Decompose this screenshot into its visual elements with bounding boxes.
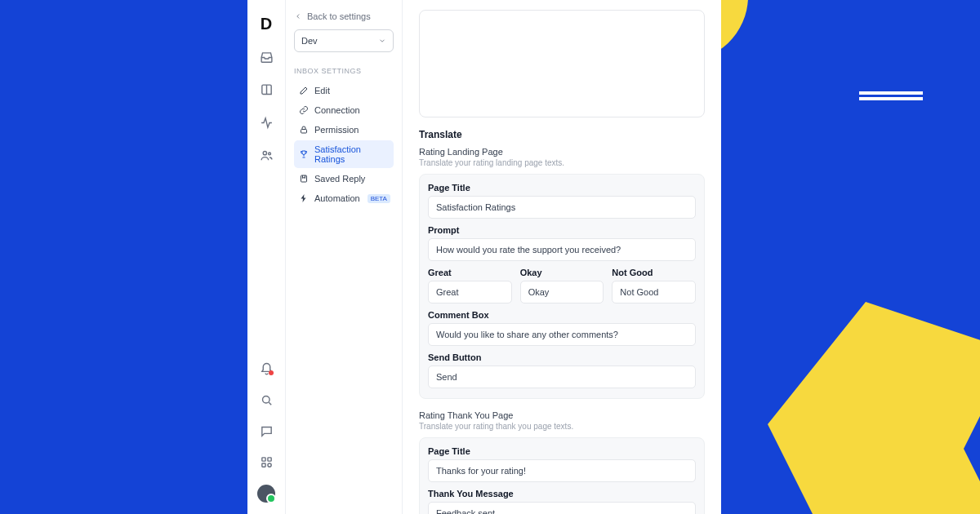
svg-rect-8 bbox=[301, 175, 307, 182]
okay-label: Okay bbox=[520, 268, 604, 277]
great-label: Great bbox=[428, 268, 512, 277]
back-to-settings-link[interactable]: Back to settings bbox=[294, 11, 394, 21]
bolt-icon bbox=[299, 193, 309, 203]
search-icon[interactable] bbox=[258, 392, 274, 408]
sidebar-item-edit[interactable]: Edit bbox=[294, 82, 394, 100]
sidebar-item-connection[interactable]: Connection bbox=[294, 101, 394, 119]
svg-point-6 bbox=[267, 463, 270, 466]
pencil-icon bbox=[299, 86, 309, 95]
avatar[interactable] bbox=[257, 485, 275, 503]
activity-icon[interactable] bbox=[258, 114, 274, 131]
app-logo: D bbox=[257, 15, 275, 33]
sidebar-item-automation[interactable]: Automation BETA bbox=[294, 189, 394, 207]
nav-list: Edit Connection Permission Satisfaction … bbox=[294, 82, 394, 207]
ty-message-label: Thank You Message bbox=[428, 489, 696, 498]
sidebar-item-satisfaction-ratings[interactable]: Satisfaction Ratings bbox=[294, 140, 394, 168]
svg-rect-3 bbox=[261, 457, 265, 460]
sidebar-item-label: Permission bbox=[314, 125, 359, 135]
thankyou-section-desc: Translate your rating thank you page tex… bbox=[419, 422, 705, 431]
okay-input[interactable] bbox=[520, 281, 604, 304]
comment-label: Comment Box bbox=[428, 310, 696, 320]
apps-icon[interactable] bbox=[258, 454, 274, 470]
thankyou-panel: Page Title Thank You Message bbox=[419, 437, 705, 514]
sidebar-item-label: Satisfaction Ratings bbox=[314, 144, 389, 164]
settings-sidebar: Back to settings Dev INBOX SETTINGS Edit… bbox=[286, 0, 403, 514]
svg-rect-7 bbox=[301, 130, 307, 134]
prompt-input[interactable] bbox=[428, 238, 696, 261]
prompt-label: Prompt bbox=[428, 225, 696, 235]
sidebar-item-label: Edit bbox=[314, 86, 330, 95]
main-content: Translate Rating Landing Page Translate … bbox=[403, 0, 721, 514]
app-window: D bbox=[247, 0, 721, 514]
inbox-selector-value: Dev bbox=[301, 36, 318, 46]
landing-section-title: Rating Landing Page bbox=[419, 147, 705, 157]
send-input[interactable] bbox=[428, 366, 696, 388]
users-icon[interactable] bbox=[258, 147, 274, 163]
svg-point-0 bbox=[263, 151, 266, 154]
page-title-label: Page Title bbox=[428, 183, 696, 193]
thankyou-section-title: Rating Thank You Page bbox=[419, 410, 705, 420]
back-label: Back to settings bbox=[307, 11, 371, 21]
sidebar-item-label: Automation bbox=[314, 193, 360, 203]
sidebar-item-label: Connection bbox=[314, 105, 360, 115]
sidebar-item-permission[interactable]: Permission bbox=[294, 121, 394, 139]
bell-icon[interactable] bbox=[258, 361, 274, 377]
landing-panel: Page Title Prompt Great Okay Not Good Co bbox=[419, 174, 705, 399]
lock-icon bbox=[299, 125, 309, 135]
svg-rect-5 bbox=[261, 463, 265, 466]
inbox-selector[interactable]: Dev bbox=[294, 29, 394, 52]
decorative-lines bbox=[859, 91, 923, 101]
notgood-label: Not Good bbox=[612, 268, 696, 277]
send-label: Send Button bbox=[428, 352, 696, 362]
chat-icon[interactable] bbox=[258, 423, 274, 439]
comment-input[interactable] bbox=[428, 323, 696, 346]
page-title-input[interactable] bbox=[428, 196, 696, 219]
sidebar-item-label: Saved Reply bbox=[314, 174, 365, 184]
inbox-icon[interactable] bbox=[258, 49, 274, 65]
decorative-shape bbox=[768, 302, 980, 514]
ty-page-title-label: Page Title bbox=[428, 446, 696, 456]
section-label: INBOX SETTINGS bbox=[294, 67, 394, 75]
arrow-left-icon bbox=[294, 12, 302, 20]
link-icon bbox=[299, 105, 309, 115]
ty-page-title-input[interactable] bbox=[428, 459, 696, 482]
beta-badge: BETA bbox=[368, 194, 390, 203]
ty-message-input[interactable] bbox=[428, 502, 696, 514]
svg-point-1 bbox=[268, 152, 270, 154]
book-icon[interactable] bbox=[258, 82, 274, 98]
sidebar-item-saved-reply[interactable]: Saved Reply bbox=[294, 170, 394, 188]
bookmark-icon bbox=[299, 174, 309, 184]
svg-point-2 bbox=[262, 396, 270, 403]
preview-box bbox=[419, 10, 705, 117]
trophy-icon bbox=[299, 149, 309, 159]
landing-section-desc: Translate your rating landing page texts… bbox=[419, 158, 705, 167]
translate-heading: Translate bbox=[419, 129, 705, 140]
chevron-down-icon bbox=[378, 37, 386, 45]
svg-rect-4 bbox=[267, 457, 270, 460]
great-input[interactable] bbox=[428, 281, 512, 304]
nav-rail: D bbox=[247, 0, 286, 514]
notgood-input[interactable] bbox=[612, 281, 696, 304]
